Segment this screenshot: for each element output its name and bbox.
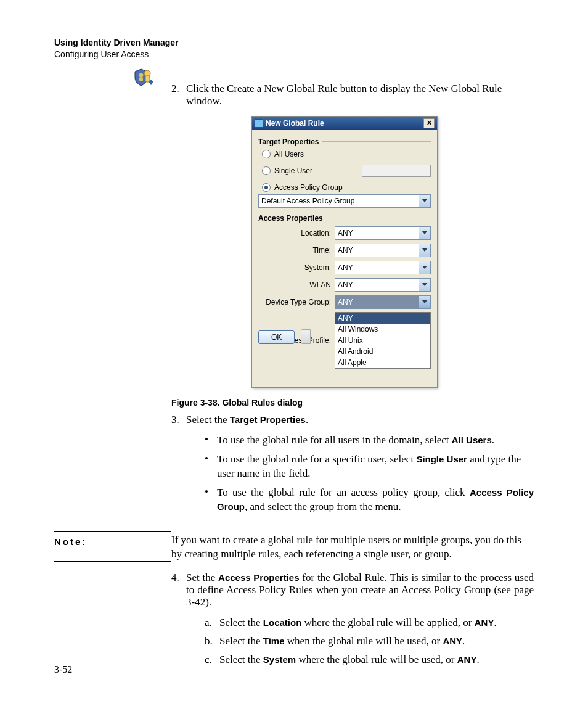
radio-icon xyxy=(262,183,271,192)
close-icon[interactable]: ✕ xyxy=(423,118,435,128)
step-2: 2. Click the Create a New Global Rule bu… xyxy=(171,83,534,107)
chevron-down-icon[interactable] xyxy=(419,227,430,239)
new-global-rule-dialog: New Global Rule ✕ Target Properties All … xyxy=(251,116,438,388)
svg-rect-1 xyxy=(139,77,143,81)
radio-icon xyxy=(262,150,271,158)
figure-wrap: New Global Rule ✕ Target Properties All … xyxy=(251,116,534,388)
row-location: Location: ANY xyxy=(258,226,431,240)
row-device-type-group: Device Type Group: ANY xyxy=(258,295,431,309)
access-properties-label: Access Properties xyxy=(258,214,431,223)
chevron-down-icon[interactable] xyxy=(419,296,430,308)
target-properties-label: Target Properties xyxy=(258,138,431,146)
svg-rect-5 xyxy=(150,80,152,85)
radio-icon xyxy=(262,166,271,175)
header-subtitle: Configuring User Access xyxy=(54,49,534,60)
chevron-down-icon[interactable] xyxy=(419,195,430,207)
dialog-title: New Global Rule xyxy=(266,119,324,128)
svg-point-0 xyxy=(139,73,144,78)
step-2-number: 2. xyxy=(171,83,186,107)
svg-rect-3 xyxy=(145,76,150,82)
step-4: 4. Set the Access Properties for the Glo… xyxy=(171,572,534,669)
row-system: System: ANY xyxy=(258,261,431,274)
radio-access-policy-group[interactable]: Access Policy Group xyxy=(262,183,431,192)
dropdown-option[interactable]: ANY xyxy=(335,313,430,324)
label-system: System: xyxy=(258,263,335,272)
cancel-button-partial[interactable] xyxy=(301,329,311,344)
step-3-body: Select the Target Properties. To use the… xyxy=(186,414,534,522)
page-header: Using Identity Driven Manager Configurin… xyxy=(54,37,534,60)
figure-caption: Figure 3-38. Global Rules dialog xyxy=(171,398,534,408)
dropdown-option[interactable]: All Android xyxy=(335,346,430,357)
radio-group-label: Access Policy Group xyxy=(274,183,343,192)
radio-all-users-label: All Users xyxy=(274,150,304,158)
bullet: To use the global rule for a specific us… xyxy=(205,450,534,483)
label-time: Time: xyxy=(258,246,335,255)
label-device-type: Device Type Group: xyxy=(258,298,335,306)
chevron-down-icon[interactable] xyxy=(419,261,430,274)
dropdown-option[interactable]: All Apple xyxy=(335,357,430,368)
device-type-dropdown[interactable]: ANY All Windows All Unix All Android All… xyxy=(335,312,431,369)
substep: a.Select the Location where the global r… xyxy=(205,614,534,632)
substep: b.Select the Time when the global rule w… xyxy=(205,632,534,651)
bullet: To use the global rule for an access pol… xyxy=(205,483,534,517)
policy-group-select[interactable]: Default Access Policy Group xyxy=(258,194,431,208)
note-block: Note: If you want to create a global rul… xyxy=(54,531,534,562)
chevron-down-icon[interactable] xyxy=(419,244,430,257)
select-location[interactable]: ANY xyxy=(335,226,431,240)
select-wlan[interactable]: ANY xyxy=(335,278,431,292)
row-wlan: WLAN ANY xyxy=(258,278,431,292)
step-3-bullets: To use the global rule for all users in … xyxy=(205,431,534,517)
note-label: Note: xyxy=(54,531,171,562)
single-user-input[interactable] xyxy=(362,165,431,177)
page-number: 3-52 xyxy=(54,664,72,675)
page: Using Identity Driven Manager Configurin… xyxy=(0,0,588,706)
dropdown-option[interactable]: All Unix xyxy=(335,335,430,346)
chevron-down-icon[interactable] xyxy=(419,279,430,291)
dialog-titlebar: New Global Rule ✕ xyxy=(252,117,437,130)
row-time: Time: ANY xyxy=(258,244,431,257)
main-column-continued: 4. Set the Access Properties for the Glo… xyxy=(171,572,534,669)
radio-single-user-label: Single User xyxy=(274,166,312,175)
select-device-type[interactable]: ANY xyxy=(335,295,431,309)
step-3-number: 3. xyxy=(171,414,186,522)
radio-single-user[interactable]: Single User xyxy=(262,165,431,177)
main-column: 2. Click the Create a New Global Rule bu… xyxy=(171,83,534,522)
bullet: To use the global rule for all users in … xyxy=(205,431,534,450)
ok-button[interactable]: OK xyxy=(258,330,295,344)
step-2-body: Click the Create a New Global Rule butto… xyxy=(186,83,534,107)
step-3: 3. Select the Target Properties. To use … xyxy=(171,414,534,522)
step-4-body: Set the Access Properties for the Global… xyxy=(186,572,534,669)
note-body: If you want to create a global rule for … xyxy=(171,531,534,562)
window-icon xyxy=(255,119,263,128)
select-time[interactable]: ANY xyxy=(335,244,431,257)
radio-all-users[interactable]: All Users xyxy=(262,150,431,158)
header-title: Using Identity Driven Manager xyxy=(54,37,534,49)
create-rule-icon xyxy=(133,68,153,86)
dropdown-option[interactable]: All Windows xyxy=(335,324,430,335)
policy-group-value: Default Access Policy Group xyxy=(259,195,419,207)
label-location: Location: xyxy=(258,229,335,237)
label-wlan: WLAN xyxy=(258,281,335,289)
select-system[interactable]: ANY xyxy=(335,261,431,274)
page-footer: 3-52 xyxy=(54,659,534,675)
step-4-number: 4. xyxy=(171,572,186,669)
